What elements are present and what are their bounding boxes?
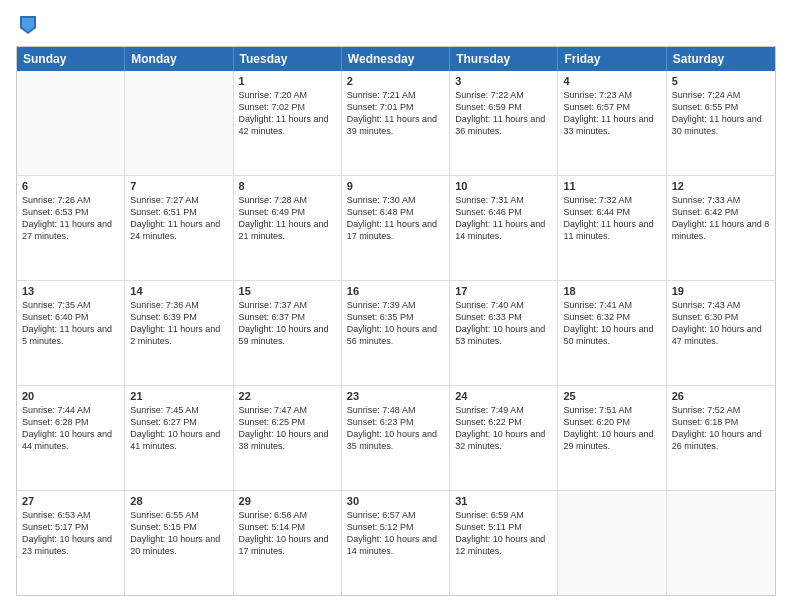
cell-details: Sunrise: 7:21 AMSunset: 7:01 PMDaylight:… xyxy=(347,89,444,138)
calendar-cell-4-1: 28Sunrise: 6:55 AMSunset: 5:15 PMDayligh… xyxy=(125,491,233,595)
calendar-cell-3-0: 20Sunrise: 7:44 AMSunset: 6:28 PMDayligh… xyxy=(17,386,125,490)
header-day-thursday: Thursday xyxy=(450,47,558,71)
cell-details: Sunrise: 6:57 AMSunset: 5:12 PMDaylight:… xyxy=(347,509,444,558)
day-number: 27 xyxy=(22,495,119,507)
calendar-cell-1-0: 6Sunrise: 7:26 AMSunset: 6:53 PMDaylight… xyxy=(17,176,125,280)
day-number: 3 xyxy=(455,75,552,87)
cell-details: Sunrise: 6:55 AMSunset: 5:15 PMDaylight:… xyxy=(130,509,227,558)
calendar-cell-2-0: 13Sunrise: 7:35 AMSunset: 6:40 PMDayligh… xyxy=(17,281,125,385)
calendar-cell-2-2: 15Sunrise: 7:37 AMSunset: 6:37 PMDayligh… xyxy=(234,281,342,385)
cell-details: Sunrise: 7:35 AMSunset: 6:40 PMDaylight:… xyxy=(22,299,119,348)
calendar-cell-3-2: 22Sunrise: 7:47 AMSunset: 6:25 PMDayligh… xyxy=(234,386,342,490)
calendar: SundayMondayTuesdayWednesdayThursdayFrid… xyxy=(16,46,776,596)
day-number: 4 xyxy=(563,75,660,87)
cell-details: Sunrise: 7:52 AMSunset: 6:18 PMDaylight:… xyxy=(672,404,770,453)
calendar-cell-2-4: 17Sunrise: 7:40 AMSunset: 6:33 PMDayligh… xyxy=(450,281,558,385)
cell-details: Sunrise: 7:23 AMSunset: 6:57 PMDaylight:… xyxy=(563,89,660,138)
cell-details: Sunrise: 6:53 AMSunset: 5:17 PMDaylight:… xyxy=(22,509,119,558)
calendar-cell-2-6: 19Sunrise: 7:43 AMSunset: 6:30 PMDayligh… xyxy=(667,281,775,385)
cell-details: Sunrise: 7:39 AMSunset: 6:35 PMDaylight:… xyxy=(347,299,444,348)
calendar-cell-0-4: 3Sunrise: 7:22 AMSunset: 6:59 PMDaylight… xyxy=(450,71,558,175)
cell-details: Sunrise: 7:40 AMSunset: 6:33 PMDaylight:… xyxy=(455,299,552,348)
day-number: 6 xyxy=(22,180,119,192)
calendar-row-3: 20Sunrise: 7:44 AMSunset: 6:28 PMDayligh… xyxy=(17,386,775,491)
calendar-cell-1-1: 7Sunrise: 7:27 AMSunset: 6:51 PMDaylight… xyxy=(125,176,233,280)
day-number: 31 xyxy=(455,495,552,507)
cell-details: Sunrise: 7:48 AMSunset: 6:23 PMDaylight:… xyxy=(347,404,444,453)
cell-details: Sunrise: 7:43 AMSunset: 6:30 PMDaylight:… xyxy=(672,299,770,348)
logo-icon xyxy=(18,14,40,36)
calendar-header: SundayMondayTuesdayWednesdayThursdayFrid… xyxy=(17,47,775,71)
day-number: 24 xyxy=(455,390,552,402)
calendar-row-1: 6Sunrise: 7:26 AMSunset: 6:53 PMDaylight… xyxy=(17,176,775,281)
header-day-friday: Friday xyxy=(558,47,666,71)
cell-details: Sunrise: 7:44 AMSunset: 6:28 PMDaylight:… xyxy=(22,404,119,453)
calendar-cell-0-3: 2Sunrise: 7:21 AMSunset: 7:01 PMDaylight… xyxy=(342,71,450,175)
day-number: 14 xyxy=(130,285,227,297)
calendar-cell-4-4: 31Sunrise: 6:59 AMSunset: 5:11 PMDayligh… xyxy=(450,491,558,595)
calendar-cell-4-6 xyxy=(667,491,775,595)
day-number: 29 xyxy=(239,495,336,507)
day-number: 17 xyxy=(455,285,552,297)
cell-details: Sunrise: 7:24 AMSunset: 6:55 PMDaylight:… xyxy=(672,89,770,138)
header-day-tuesday: Tuesday xyxy=(234,47,342,71)
day-number: 30 xyxy=(347,495,444,507)
calendar-cell-1-2: 8Sunrise: 7:28 AMSunset: 6:49 PMDaylight… xyxy=(234,176,342,280)
day-number: 20 xyxy=(22,390,119,402)
cell-details: Sunrise: 7:47 AMSunset: 6:25 PMDaylight:… xyxy=(239,404,336,453)
header-day-wednesday: Wednesday xyxy=(342,47,450,71)
header-day-monday: Monday xyxy=(125,47,233,71)
day-number: 5 xyxy=(672,75,770,87)
day-number: 1 xyxy=(239,75,336,87)
header-day-saturday: Saturday xyxy=(667,47,775,71)
day-number: 21 xyxy=(130,390,227,402)
day-number: 28 xyxy=(130,495,227,507)
calendar-cell-0-6: 5Sunrise: 7:24 AMSunset: 6:55 PMDaylight… xyxy=(667,71,775,175)
calendar-cell-3-6: 26Sunrise: 7:52 AMSunset: 6:18 PMDayligh… xyxy=(667,386,775,490)
calendar-cell-0-5: 4Sunrise: 7:23 AMSunset: 6:57 PMDaylight… xyxy=(558,71,666,175)
cell-details: Sunrise: 7:30 AMSunset: 6:48 PMDaylight:… xyxy=(347,194,444,243)
calendar-cell-1-4: 10Sunrise: 7:31 AMSunset: 6:46 PMDayligh… xyxy=(450,176,558,280)
calendar-cell-2-5: 18Sunrise: 7:41 AMSunset: 6:32 PMDayligh… xyxy=(558,281,666,385)
cell-details: Sunrise: 7:27 AMSunset: 6:51 PMDaylight:… xyxy=(130,194,227,243)
calendar-cell-2-3: 16Sunrise: 7:39 AMSunset: 6:35 PMDayligh… xyxy=(342,281,450,385)
day-number: 15 xyxy=(239,285,336,297)
day-number: 13 xyxy=(22,285,119,297)
calendar-cell-4-5 xyxy=(558,491,666,595)
calendar-cell-2-1: 14Sunrise: 7:36 AMSunset: 6:39 PMDayligh… xyxy=(125,281,233,385)
calendar-cell-3-5: 25Sunrise: 7:51 AMSunset: 6:20 PMDayligh… xyxy=(558,386,666,490)
calendar-cell-0-1 xyxy=(125,71,233,175)
day-number: 8 xyxy=(239,180,336,192)
cell-details: Sunrise: 7:28 AMSunset: 6:49 PMDaylight:… xyxy=(239,194,336,243)
calendar-cell-3-1: 21Sunrise: 7:45 AMSunset: 6:27 PMDayligh… xyxy=(125,386,233,490)
header-day-sunday: Sunday xyxy=(17,47,125,71)
cell-details: Sunrise: 7:37 AMSunset: 6:37 PMDaylight:… xyxy=(239,299,336,348)
day-number: 11 xyxy=(563,180,660,192)
calendar-body: 1Sunrise: 7:20 AMSunset: 7:02 PMDaylight… xyxy=(17,71,775,595)
calendar-row-0: 1Sunrise: 7:20 AMSunset: 7:02 PMDaylight… xyxy=(17,71,775,176)
day-number: 9 xyxy=(347,180,444,192)
day-number: 26 xyxy=(672,390,770,402)
calendar-cell-0-2: 1Sunrise: 7:20 AMSunset: 7:02 PMDaylight… xyxy=(234,71,342,175)
logo xyxy=(16,16,40,36)
calendar-row-2: 13Sunrise: 7:35 AMSunset: 6:40 PMDayligh… xyxy=(17,281,775,386)
cell-details: Sunrise: 6:59 AMSunset: 5:11 PMDaylight:… xyxy=(455,509,552,558)
cell-details: Sunrise: 7:49 AMSunset: 6:22 PMDaylight:… xyxy=(455,404,552,453)
cell-details: Sunrise: 7:20 AMSunset: 7:02 PMDaylight:… xyxy=(239,89,336,138)
day-number: 23 xyxy=(347,390,444,402)
day-number: 12 xyxy=(672,180,770,192)
calendar-cell-4-2: 29Sunrise: 6:56 AMSunset: 5:14 PMDayligh… xyxy=(234,491,342,595)
cell-details: Sunrise: 7:33 AMSunset: 6:42 PMDaylight:… xyxy=(672,194,770,243)
day-number: 2 xyxy=(347,75,444,87)
day-number: 10 xyxy=(455,180,552,192)
day-number: 19 xyxy=(672,285,770,297)
day-number: 16 xyxy=(347,285,444,297)
cell-details: Sunrise: 7:31 AMSunset: 6:46 PMDaylight:… xyxy=(455,194,552,243)
cell-details: Sunrise: 7:36 AMSunset: 6:39 PMDaylight:… xyxy=(130,299,227,348)
calendar-cell-4-3: 30Sunrise: 6:57 AMSunset: 5:12 PMDayligh… xyxy=(342,491,450,595)
cell-details: Sunrise: 7:26 AMSunset: 6:53 PMDaylight:… xyxy=(22,194,119,243)
day-number: 22 xyxy=(239,390,336,402)
day-number: 25 xyxy=(563,390,660,402)
calendar-page: SundayMondayTuesdayWednesdayThursdayFrid… xyxy=(0,0,792,612)
calendar-cell-0-0 xyxy=(17,71,125,175)
